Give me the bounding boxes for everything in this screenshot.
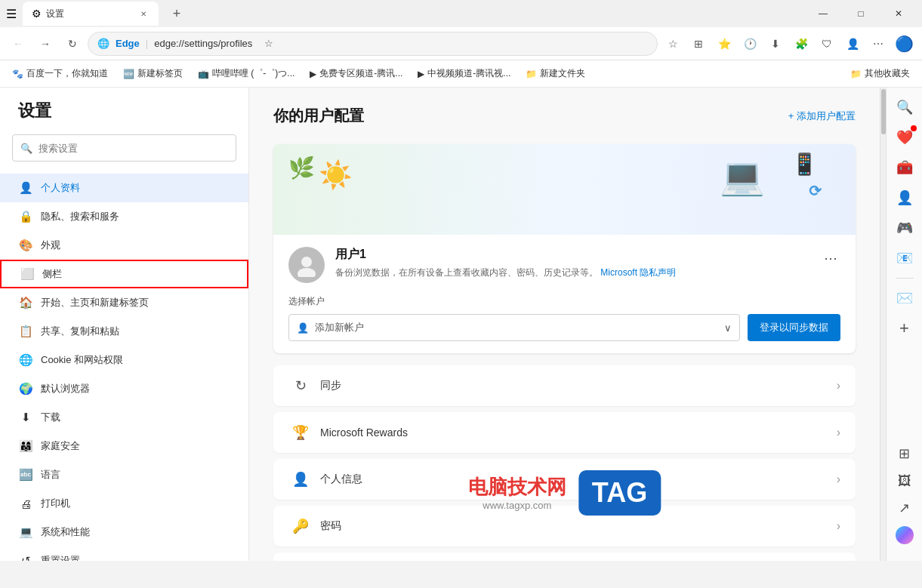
bookmark-tencent1[interactable]: ▶ 免费专区频道-腾讯... xyxy=(304,64,409,83)
other-bookmarks[interactable]: 📁 其他收藏夹 xyxy=(844,64,916,83)
edge-icon-button[interactable]: 🔵 xyxy=(892,32,916,56)
profile-info: 用户1 备份浏览数据，在所有设备上查看收藏内容、密码、历史记录等。 Micros… xyxy=(273,235,856,295)
bookmark-bilibili-label: 哔哩哔哩 (゜-゜)つ... xyxy=(212,67,294,80)
titlebar: ☰ ⚙ 设置 ✕ + — □ ✕ xyxy=(0,0,922,27)
settings-sidebar: 设置 🔍 👤 个人资料 🔒 隐私、搜索和服务 🎨 外观 ⬜ 侧栏 xyxy=(0,88,249,561)
edge-sidebar-favorites[interactable]: ❤️ xyxy=(891,124,918,151)
maximize-button[interactable]: □ xyxy=(843,0,878,27)
nav-item-reset[interactable]: ↺ 重置设置 xyxy=(0,546,248,561)
history-button[interactable]: 🕐 xyxy=(738,32,762,56)
bookmarks-right: 📁 其他收藏夹 xyxy=(844,64,916,83)
banner-leaves: 🌿 xyxy=(288,155,315,180)
bookmark-baidu[interactable]: 🐾 百度一下，你就知道 xyxy=(6,64,114,83)
bookmark-bilibili[interactable]: 📺 哔哩哔哩 (゜-゜)つ... xyxy=(192,64,301,83)
nav-item-start[interactable]: 🏠 开始、主页和新建标签页 xyxy=(0,288,248,317)
close-window-button[interactable]: ✕ xyxy=(881,0,916,27)
baidu-icon: 🐾 xyxy=(12,69,23,79)
settings-more-button[interactable]: ⋯ xyxy=(866,32,890,56)
edge-sidebar-qr[interactable]: ⊞ xyxy=(891,440,918,467)
svg-point-0 xyxy=(301,257,312,267)
account-select[interactable]: 👤 添加新帐户 ∨ xyxy=(288,314,740,341)
scroll-track[interactable] xyxy=(880,88,886,561)
nav-item-sidebar[interactable]: ⬜ 侧栏 xyxy=(0,260,248,288)
profile-nav-icon: 👤 xyxy=(18,181,33,195)
nav-item-downloads[interactable]: ⬇ 下载 xyxy=(0,403,248,432)
tencent1-icon: ▶ xyxy=(310,69,316,79)
minimize-button[interactable]: — xyxy=(806,0,840,27)
bookmark-tencent1-label: 免费专区频道-腾讯... xyxy=(319,67,402,80)
edge-sidebar-outlook[interactable]: 📧 xyxy=(891,245,918,272)
search-input[interactable] xyxy=(39,143,228,154)
browser-essentials-button[interactable]: 🛡 xyxy=(815,32,839,56)
nav-item-language[interactable]: 🔤 语言 xyxy=(0,460,248,489)
edge-sidebar: 🔍 ❤️ 🧰 👤 🎮 📧 ✉️ + ⊞ 🖼 ↗ xyxy=(886,88,922,561)
edge-logo: 🌐 xyxy=(97,38,109,49)
edge-sidebar-external[interactable]: ↗ xyxy=(891,494,918,522)
address-brand: Edge xyxy=(116,38,140,49)
bookmark-folder-label: 新建文件夹 xyxy=(540,67,585,80)
tab-icon: ⚙ xyxy=(32,8,42,20)
nav-item-printer[interactable]: 🖨 打印机 xyxy=(0,489,248,518)
downloads-nav-icon: ⬇ xyxy=(18,411,33,424)
section-password[interactable]: 🔑 密码 › xyxy=(273,506,856,546)
search-box[interactable]: 🔍 xyxy=(12,134,236,162)
scroll-thumb[interactable] xyxy=(881,89,886,134)
edge-sidebar-tools[interactable]: 🧰 xyxy=(891,154,918,181)
nav-item-cookies[interactable]: 🌐 Cookie 和网站权限 xyxy=(0,346,248,374)
svg-point-1 xyxy=(298,268,316,277)
profile-menu-button[interactable]: ⋯ xyxy=(821,247,840,269)
nav-item-privacy[interactable]: 🔒 隐私、搜索和服务 xyxy=(0,202,248,231)
nav-item-cookies-label: Cookie 和网站权限 xyxy=(41,353,123,367)
new-tab-button[interactable]: + xyxy=(165,2,189,26)
edge-sidebar-add[interactable]: + xyxy=(891,315,918,342)
rewards-icon: 🏆 xyxy=(288,424,313,441)
address-bar[interactable]: 🌐 Edge | edge://settings/profiles ☆ xyxy=(88,32,658,56)
nav-item-appearance-label: 外观 xyxy=(41,239,60,252)
bookmark-newtab[interactable]: 🆕 新建标签页 xyxy=(117,64,189,83)
star-button[interactable]: ☆ xyxy=(258,33,279,54)
nav-item-appearance[interactable]: 🎨 外观 xyxy=(0,231,248,260)
banner-sun: ☀️ xyxy=(319,159,353,191)
privacy-link[interactable]: Microsoft 隐私声明 xyxy=(600,267,676,278)
start-nav-icon: 🏠 xyxy=(18,296,33,309)
favorites-button[interactable]: ⭐ xyxy=(712,32,736,56)
extensions-button[interactable]: 🧩 xyxy=(789,32,813,56)
other-bookmarks-icon: 📁 xyxy=(850,69,862,79)
edge-sidebar-picture[interactable]: 🖼 xyxy=(891,467,918,494)
rewards-label: Microsoft Rewards xyxy=(320,426,837,439)
tab[interactable]: ⚙ 设置 ✕ xyxy=(23,2,159,26)
bookmark-newtab-label: 新建标签页 xyxy=(137,67,183,80)
account-icon: 👤 xyxy=(297,322,309,334)
forward-button[interactable]: → xyxy=(33,32,57,56)
rewards-arrow-icon: › xyxy=(837,426,840,439)
main-layout: 设置 🔍 👤 个人资料 🔒 隐私、搜索和服务 🎨 外观 ⬜ 侧栏 xyxy=(0,88,922,561)
bookmark-tencent2[interactable]: ▶ 中视频频道-腾讯视... xyxy=(412,64,517,83)
back-button[interactable]: ← xyxy=(6,32,30,56)
nav-item-default-browser[interactable]: 🌍 默认浏览器 xyxy=(0,374,248,403)
edge-sidebar-games[interactable]: 🎮 xyxy=(891,214,918,242)
bookmark-tencent2-label: 中视频频道-腾讯视... xyxy=(427,67,510,80)
split-screen-button[interactable]: ⊞ xyxy=(686,32,711,56)
add-profile-button[interactable]: + 添加用户配置 xyxy=(788,109,856,123)
nav-item-profile[interactable]: 👤 个人资料 xyxy=(0,174,248,202)
nav-item-system[interactable]: 💻 系统和性能 xyxy=(0,518,248,546)
search-icon: 🔍 xyxy=(20,143,32,154)
edge-sidebar-search[interactable]: 🔍 xyxy=(891,94,918,121)
section-sync[interactable]: ↻ 同步 › xyxy=(273,365,856,406)
nav-item-family[interactable]: 👨‍👩‍👧 家庭安全 xyxy=(0,432,248,460)
sync-button[interactable]: 登录以同步数据 xyxy=(748,314,840,341)
section-payment[interactable]: 💳 付款信息 › xyxy=(273,553,856,561)
bookmark-folder[interactable]: 📁 新建文件夹 xyxy=(520,64,591,83)
nav-item-sharing[interactable]: 📋 共享、复制和粘贴 xyxy=(0,317,248,346)
profile-button[interactable]: 👤 xyxy=(840,32,865,56)
sidebar-toggle-icon[interactable]: ☰ xyxy=(6,7,17,21)
section-rewards[interactable]: 🏆 Microsoft Rewards › xyxy=(273,412,856,453)
collections-button[interactable]: ☆ xyxy=(661,32,685,56)
section-personal-info[interactable]: 👤 个人信息 › xyxy=(273,459,856,500)
nav-item-reset-label: 重置设置 xyxy=(41,554,80,561)
edge-sidebar-user[interactable]: 👤 xyxy=(891,184,918,211)
tab-close-button[interactable]: ✕ xyxy=(137,8,150,20)
downloads-button[interactable]: ⬇ xyxy=(763,32,788,56)
edge-sidebar-send[interactable]: ✉️ xyxy=(891,285,918,312)
refresh-button[interactable]: ↻ xyxy=(60,32,85,56)
